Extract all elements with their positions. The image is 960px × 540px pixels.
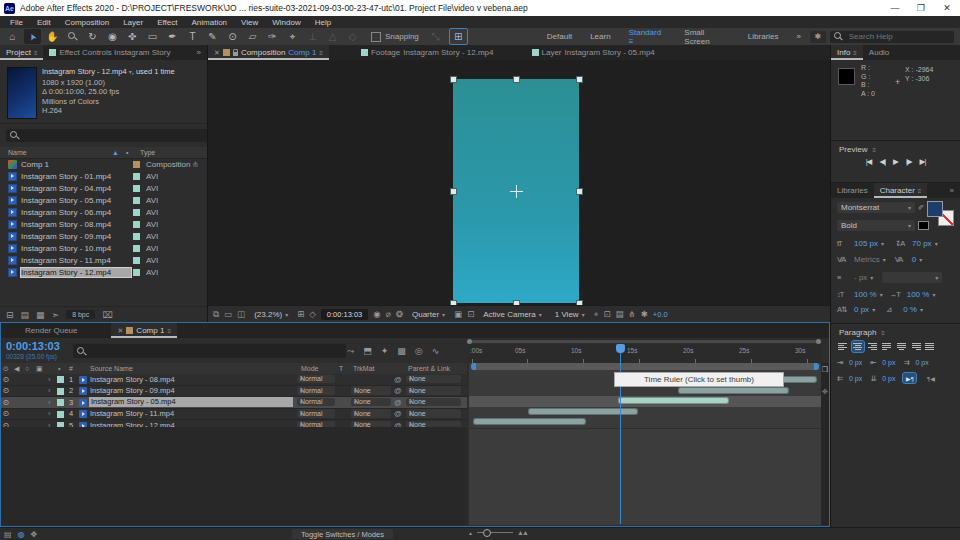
layer-row[interactable]: ⊙›3Instagram Story - 05.mp4Normal▾None▾@… bbox=[1, 397, 467, 409]
text-direction-rtl-button[interactable]: ¶◀ bbox=[924, 373, 937, 383]
bit-depth-button[interactable]: 8 bpc bbox=[66, 310, 95, 319]
chevron-down-icon[interactable]: ▾ bbox=[870, 274, 873, 281]
next-frame-button[interactable]: |▶ bbox=[906, 157, 912, 166]
panel-menu-icon[interactable]: ≡ bbox=[872, 147, 876, 153]
layer-name[interactable]: Instagram Story - 09.mp4 bbox=[90, 386, 290, 395]
layer-duration-bar[interactable] bbox=[473, 418, 586, 425]
menu-item-view[interactable]: View bbox=[235, 18, 264, 27]
layer-duration-bar[interactable] bbox=[678, 387, 789, 394]
viewer-status-icon[interactable]: ⊞ bbox=[297, 309, 304, 319]
playhead-handle[interactable] bbox=[616, 344, 625, 353]
search-help-box[interactable] bbox=[830, 31, 954, 43]
justify-last-left-button[interactable] bbox=[881, 341, 893, 352]
go-to-start-button[interactable]: |◀ bbox=[866, 157, 872, 166]
track-area[interactable] bbox=[469, 363, 821, 525]
column-trkmat[interactable]: TrkMat bbox=[353, 365, 375, 372]
composition-stage[interactable] bbox=[208, 60, 830, 305]
layer-row[interactable]: ⊙›4Instagram Story - 11.mp4Normal▾None▾@… bbox=[1, 409, 467, 421]
comp-button-icon[interactable]: ✥ bbox=[822, 388, 828, 396]
chevron-down-icon[interactable]: ▾ bbox=[920, 306, 923, 313]
baseline-shift-value[interactable]: 0 px bbox=[854, 305, 869, 314]
chevron-down-icon[interactable]: ▾ bbox=[880, 291, 883, 298]
indent-value[interactable]: 0 px bbox=[849, 359, 862, 366]
eye-icon[interactable]: ⊙ bbox=[3, 398, 9, 407]
column-parent-link[interactable]: Parent & Link bbox=[408, 365, 450, 372]
chevron-down-icon[interactable]: ▾ bbox=[919, 256, 922, 263]
label-color-chip[interactable] bbox=[133, 233, 140, 240]
eye-icon[interactable]: ⊙ bbox=[3, 409, 9, 418]
align-center-button[interactable] bbox=[852, 341, 864, 352]
label-color-chip[interactable] bbox=[133, 209, 140, 216]
menu-item-help[interactable]: Help bbox=[309, 18, 337, 27]
menu-item-effect[interactable]: Effect bbox=[151, 18, 183, 27]
layer-label-chip[interactable] bbox=[57, 388, 64, 395]
column-source-name[interactable]: Source Name bbox=[90, 365, 133, 372]
interpret-footage-icon[interactable]: ⊟ bbox=[6, 310, 14, 320]
menu-item-animation[interactable]: Animation bbox=[185, 18, 233, 27]
trkmat-dropdown[interactable]: None▾ bbox=[351, 398, 391, 407]
close-tab-icon[interactable]: ✕ bbox=[117, 327, 123, 335]
pen-tool-icon[interactable]: ✒ bbox=[164, 29, 181, 44]
layer-name[interactable]: Instagram Story - 05.mp4 bbox=[89, 397, 293, 407]
tsume-value[interactable]: 0 % bbox=[903, 305, 917, 314]
camera-tool-icon[interactable]: ◉ bbox=[104, 29, 121, 44]
new-composition-icon[interactable]: ▦ bbox=[36, 310, 45, 320]
tab-layer[interactable]: Layer Instagram Story - 05.mp4 bbox=[526, 45, 661, 60]
tab-render-queue[interactable]: Render Queue bbox=[19, 323, 83, 338]
spacing-field[interactable]: ⇊0 px bbox=[870, 374, 895, 383]
text-direction-ltr-button[interactable]: ▶¶ bbox=[903, 373, 916, 383]
selection-handle[interactable] bbox=[451, 77, 456, 82]
panel-menu-icon[interactable]: ≡ bbox=[34, 50, 38, 56]
sort-ascending-icon[interactable]: ▲ bbox=[112, 149, 126, 156]
eraser-tool-icon[interactable]: ▱ bbox=[244, 29, 261, 44]
home-tool-icon[interactable]: ⌂ bbox=[4, 29, 21, 44]
project-item[interactable]: Instagram Story - 01.mp4AVI bbox=[0, 170, 207, 182]
pickwhip-icon[interactable]: @ bbox=[394, 409, 402, 418]
axis-mode-local-icon[interactable]: ⊥ bbox=[304, 29, 321, 44]
align-left-button[interactable] bbox=[837, 341, 849, 352]
selection-handle[interactable] bbox=[577, 77, 582, 82]
expand-arrow-icon[interactable]: › bbox=[48, 375, 51, 384]
project-item[interactable]: Instagram Story - 08.mp4AVI bbox=[0, 218, 207, 230]
project-item[interactable]: Instagram Story - 06.mp4AVI bbox=[0, 206, 207, 218]
selection-tool-icon[interactable]: ➤ bbox=[24, 29, 41, 44]
timeline-option-icon[interactable]: ⬒ bbox=[363, 346, 372, 357]
viewer-status-icon[interactable]: ⌖ bbox=[594, 309, 599, 320]
pickwhip-icon[interactable]: @ bbox=[394, 386, 402, 395]
brush-tool-icon[interactable]: ✎ bbox=[204, 29, 221, 44]
axis-mode-world-icon[interactable]: △ bbox=[324, 29, 341, 44]
indent-value[interactable]: 0 px bbox=[915, 359, 928, 366]
tab-info[interactable]: Info ≡ bbox=[831, 45, 863, 60]
close-tab-icon[interactable]: ✕ bbox=[214, 49, 220, 57]
stroke-style-dropdown[interactable]: ▾ bbox=[882, 272, 942, 283]
font-style-dropdown[interactable]: Bold▾ bbox=[837, 220, 915, 231]
project-item[interactable]: Comp 1Composition⋔ bbox=[0, 158, 207, 170]
panel-menu-icon[interactable]: ≡ bbox=[853, 50, 857, 56]
footer-icon[interactable]: ▤ bbox=[4, 530, 12, 539]
clone-stamp-tool-icon[interactable]: ⊙ bbox=[224, 29, 241, 44]
minimize-button[interactable]: — bbox=[882, 3, 908, 13]
eye-icon[interactable]: ⊙ bbox=[3, 375, 9, 384]
panel-menu-icon[interactable]: ≡ bbox=[319, 50, 323, 56]
layer-row[interactable]: ⊙›1Instagram Story - 08.mp4Normal▾@None▾ bbox=[1, 374, 467, 386]
selection-handle[interactable] bbox=[514, 77, 519, 82]
pan-behind-tool-icon[interactable]: ✜ bbox=[124, 29, 141, 44]
viewer-timecode[interactable]: 0:00:13:03 bbox=[321, 309, 368, 320]
viewer-status-icon[interactable]: ⊡ bbox=[467, 309, 474, 319]
spacing-value[interactable]: 0 px bbox=[882, 375, 895, 382]
justify-last-center-button[interactable] bbox=[895, 341, 907, 352]
viewer-status-icon[interactable]: ▣ bbox=[454, 309, 462, 319]
layer-duration-bar[interactable] bbox=[528, 408, 638, 415]
workspace-libraries[interactable]: Libraries bbox=[739, 32, 788, 41]
character-more-chevron[interactable]: » bbox=[944, 183, 960, 198]
rotate-tool-icon[interactable]: ↻ bbox=[84, 29, 101, 44]
footer-icon[interactable]: ✥ bbox=[31, 530, 38, 539]
zoom-out-mountain-icon[interactable]: ▲ bbox=[468, 530, 473, 536]
column-mode[interactable]: Mode bbox=[301, 365, 319, 372]
hand-tool-icon[interactable]: ✋ bbox=[44, 29, 61, 44]
snap-options-icon[interactable]: ⤡ bbox=[427, 29, 444, 44]
viewer-status-icon[interactable]: ▤ bbox=[616, 309, 624, 319]
viewer-status-icon[interactable]: ⧉ bbox=[213, 309, 219, 320]
workspace-gear-icon[interactable]: ✱ bbox=[810, 31, 826, 43]
zoom-tool-icon[interactable] bbox=[64, 29, 81, 44]
